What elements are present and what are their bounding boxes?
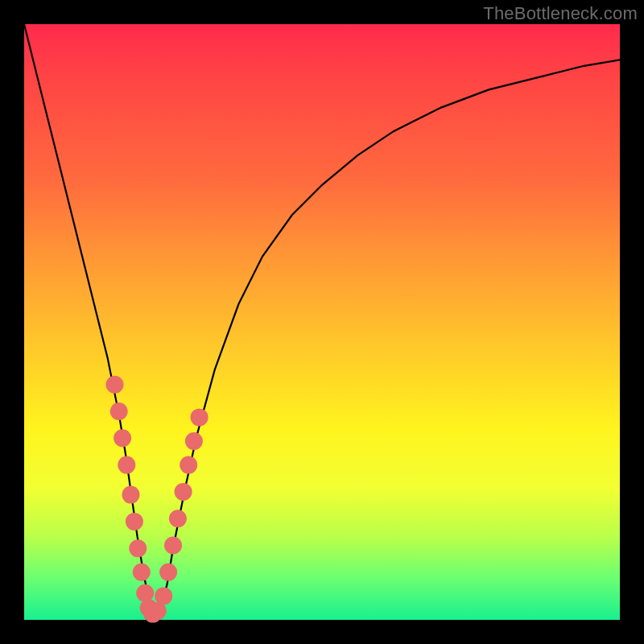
plot-area bbox=[24, 24, 620, 620]
marker-dot bbox=[106, 376, 124, 394]
marker-dot bbox=[129, 539, 147, 557]
marker-dot bbox=[150, 609, 161, 621]
chart-frame: TheBottleneck.com bbox=[0, 0, 644, 644]
curve-svg bbox=[24, 24, 620, 620]
marker-dot bbox=[110, 402, 128, 420]
marker-dot bbox=[133, 564, 151, 581]
marker-dot bbox=[118, 456, 135, 474]
marker-dot bbox=[126, 513, 143, 530]
marker-dot bbox=[122, 486, 140, 504]
marker-dot bbox=[191, 408, 208, 426]
marker-dot bbox=[155, 587, 172, 605]
marker-dot bbox=[164, 537, 182, 555]
marker-dot bbox=[136, 584, 154, 602]
marker-dot bbox=[169, 510, 187, 527]
bottleneck-curve bbox=[24, 24, 620, 614]
marker-dot bbox=[159, 564, 177, 581]
marker-dot bbox=[175, 483, 192, 501]
marker-dot bbox=[114, 429, 131, 447]
marker-dot bbox=[180, 456, 197, 474]
marker-dot bbox=[185, 432, 203, 450]
watermark-text: TheBottleneck.com bbox=[483, 3, 638, 24]
marker-group bbox=[106, 376, 208, 623]
